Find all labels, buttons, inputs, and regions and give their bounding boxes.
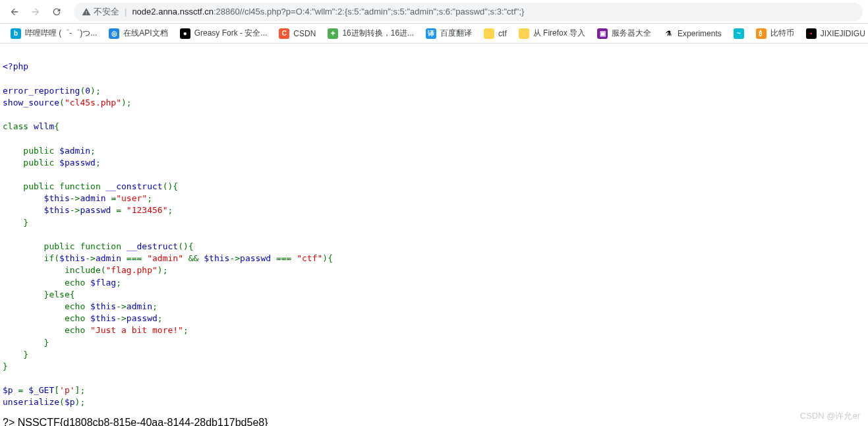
bookmark-label: JIXIEJIDIGU	[821, 29, 865, 38]
bookmark-item[interactable]: ●Greasy Fork - 安全...	[175, 25, 273, 42]
bookmark-icon: C	[279, 28, 289, 39]
bookmark-label: 服务器大全	[612, 28, 651, 39]
page-content: <?php error_reporting(0); show_source("c…	[0, 44, 868, 414]
bookmark-icon	[519, 28, 529, 39]
bookmark-item[interactable]: ~	[728, 26, 749, 42]
bookmark-item[interactable]: 译百度翻译	[420, 25, 477, 42]
bookmark-icon: ⚗	[663, 28, 674, 39]
bookmark-label: ctf	[498, 29, 507, 38]
reload-button[interactable]	[47, 3, 66, 21]
warning-icon	[82, 7, 91, 16]
bookmark-icon: ▪	[806, 28, 817, 39]
bookmark-icon: ₿	[756, 28, 767, 39]
bookmark-item[interactable]: CCSDN	[274, 26, 321, 42]
bookmark-icon	[484, 28, 494, 39]
bookmark-icon: ▣	[597, 28, 608, 39]
back-button[interactable]	[5, 3, 24, 21]
url-text: node2.anna.nssctf.cn:28860//cl45s.php?p=…	[132, 7, 855, 16]
bookmark-label: 从 Firefox 导入	[533, 28, 585, 39]
bookmark-item[interactable]: ⚗Experiments	[658, 26, 727, 42]
bookmark-label: Experiments	[678, 29, 722, 38]
bookmark-label: 比特币	[770, 28, 794, 39]
separator: |	[125, 7, 127, 16]
bookmark-icon: ●	[180, 28, 190, 39]
bookmark-item[interactable]: ₿比特币	[751, 25, 799, 42]
bookmark-icon: ✦	[328, 28, 338, 39]
flag-output: ?> NSSCTF{d1808cb8-815e-40aa-8144-28db11…	[0, 414, 868, 426]
bookmark-label: 在线API文档	[123, 28, 167, 39]
address-bar[interactable]: 不安全 | node2.anna.nssctf.cn:28860//cl45s.…	[74, 3, 863, 21]
bookmark-item[interactable]: 从 Firefox 导入	[513, 25, 591, 42]
bookmark-label: 16进制转换，16进...	[342, 28, 414, 39]
insecure-label: 不安全	[94, 6, 119, 18]
flag-value: NSSCTF{d1808cb8-815e-40aa-8144-28db117bd…	[18, 417, 268, 426]
bookmark-label: CSDN	[293, 29, 316, 38]
watermark: CSDN @许允er	[800, 410, 860, 422]
bookmark-item[interactable]: ✦16进制转换，16进...	[322, 25, 419, 42]
bookmark-label: Greasy Fork - 安全...	[194, 28, 268, 39]
bookmark-label: 百度翻译	[440, 28, 472, 39]
bookmark-item[interactable]: b哔哩哔哩 (゜-゜)つ...	[5, 25, 102, 42]
browser-toolbar: 不安全 | node2.anna.nssctf.cn:28860//cl45s.…	[0, 0, 868, 24]
bookmark-item[interactable]: ctf	[478, 26, 512, 42]
insecure-indicator: 不安全	[82, 6, 119, 18]
bookmark-label: 哔哩哔哩 (゜-゜)つ...	[25, 28, 97, 39]
bookmark-item[interactable]: ▪JIXIEJIDIGU	[801, 26, 868, 42]
php-open-tag: <?php	[3, 61, 28, 71]
forward-button[interactable]	[26, 3, 45, 21]
bookmark-icon: ~	[734, 28, 744, 39]
bookmark-icon: b	[11, 28, 21, 39]
bookmark-item[interactable]: ◎在线API文档	[103, 25, 173, 42]
bookmark-icon: ◎	[109, 28, 119, 39]
bookmark-icon: 译	[426, 28, 436, 39]
bookmark-item[interactable]: ▣服务器大全	[592, 25, 656, 42]
bookmarks-bar: b哔哩哔哩 (゜-゜)つ...◎在线API文档●Greasy Fork - 安全…	[0, 24, 868, 44]
